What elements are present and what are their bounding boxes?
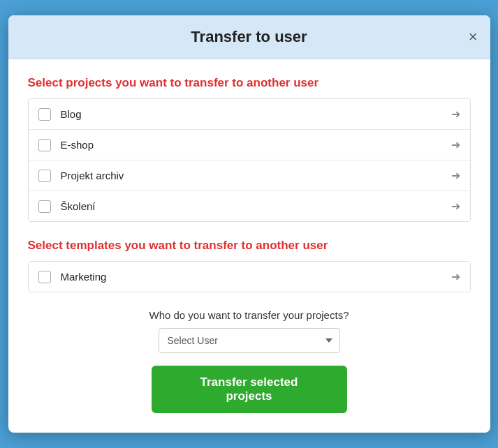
- arrow-icon-archiv: ➜: [451, 169, 460, 182]
- templates-list: Marketing ➜: [28, 261, 471, 292]
- project-item-archiv: Projekt archiv ➜: [29, 160, 470, 191]
- templates-section-title: Select templates you want to transfer to…: [28, 239, 471, 253]
- template-name-marketing: Marketing: [61, 271, 451, 283]
- project-name-eshop: E-shop: [61, 139, 451, 151]
- project-checkbox-archiv[interactable]: [38, 170, 51, 182]
- transfer-selected-button[interactable]: Transfer selected projects: [152, 366, 347, 413]
- project-name-archiv: Projekt archiv: [61, 170, 451, 181]
- transfer-section: Who do you want to transfer your project…: [28, 309, 471, 413]
- project-checkbox-skoleni[interactable]: [38, 200, 51, 213]
- project-name-skoleni: Školení: [61, 200, 451, 212]
- arrow-icon-skoleni: ➜: [451, 200, 460, 213]
- projects-list: Blog ➜ E-shop ➜ Projekt archiv ➜ Školení…: [28, 98, 471, 222]
- arrow-icon-marketing: ➜: [451, 270, 460, 283]
- project-item-skoleni: Školení ➜: [29, 191, 470, 221]
- transfer-question: Who do you want to transfer your project…: [149, 309, 349, 321]
- modal: Transfer to user × Select projects you w…: [8, 15, 490, 433]
- arrow-icon-eshop: ➜: [451, 138, 460, 151]
- select-user-dropdown[interactable]: Select User: [159, 328, 340, 353]
- modal-header: Transfer to user ×: [8, 15, 490, 59]
- modal-title: Transfer to user: [191, 28, 307, 46]
- template-item-marketing: Marketing ➜: [29, 262, 470, 292]
- close-button[interactable]: ×: [469, 29, 478, 45]
- modal-body: Select projects you want to transfer to …: [8, 59, 490, 433]
- arrow-icon-blog: ➜: [451, 107, 460, 121]
- projects-section-title: Select projects you want to transfer to …: [28, 76, 471, 90]
- template-checkbox-marketing[interactable]: [38, 271, 51, 283]
- project-checkbox-blog[interactable]: [38, 108, 51, 121]
- project-name-blog: Blog: [61, 108, 451, 120]
- project-item-eshop: E-shop ➜: [29, 130, 470, 160]
- project-checkbox-eshop[interactable]: [38, 139, 51, 151]
- modal-overlay: Transfer to user × Select projects you w…: [0, 0, 498, 448]
- project-item-blog: Blog ➜: [29, 99, 470, 130]
